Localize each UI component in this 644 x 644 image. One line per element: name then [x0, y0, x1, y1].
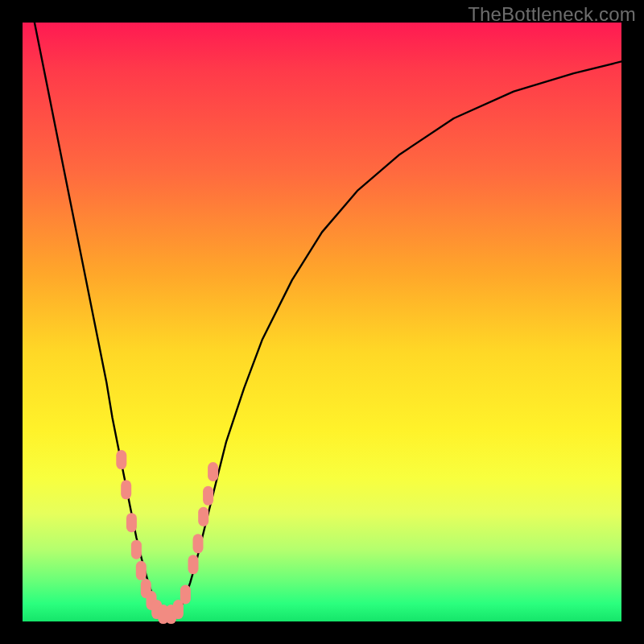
marker-pill: [126, 513, 137, 532]
marker-pill: [116, 450, 126, 469]
marker-pill: [193, 534, 204, 553]
curve-left-curve: [35, 23, 159, 613]
marker-pill: [198, 507, 208, 526]
curves-group: [35, 23, 621, 613]
marker-pill: [180, 585, 191, 605]
marker-pill: [188, 555, 199, 574]
chart-overlay: [0, 0, 644, 644]
curve-right-curve: [178, 61, 621, 612]
marker-pill: [208, 462, 218, 481]
chart-frame: TheBottleneck.com: [0, 0, 644, 644]
marker-pill: [136, 561, 147, 580]
marker-pill: [203, 486, 213, 506]
marker-pill: [121, 480, 131, 499]
marker-pill: [131, 540, 142, 559]
